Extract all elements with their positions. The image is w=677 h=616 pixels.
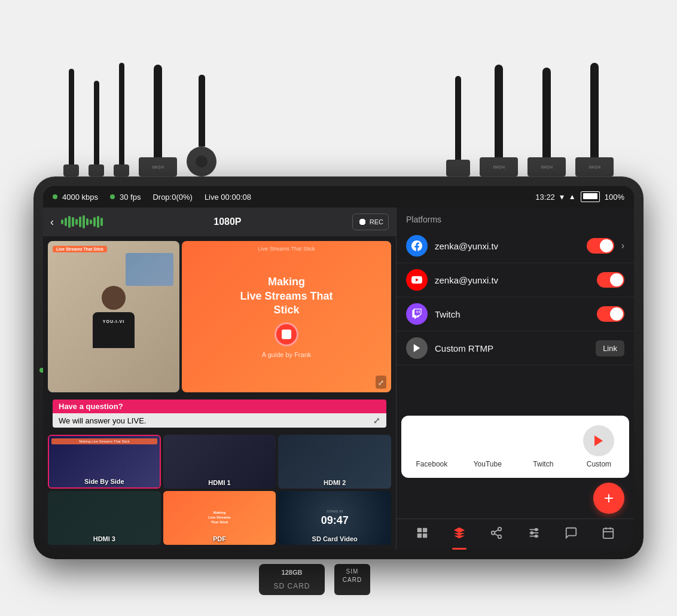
bg-screen [126, 253, 173, 286]
nav-grid[interactable] [404, 524, 441, 545]
preview-right: Live Streams That Stick Making Live Stre… [182, 241, 391, 392]
cable-hdmi-1: HDMI [480, 65, 518, 176]
status-right: 13:22 ▾ ▲ 100% [535, 191, 624, 202]
thumb-hdmi2[interactable]: HDMI 2 [278, 435, 391, 489]
svg-rect-3 [423, 528, 427, 532]
cable-hdmi-2: HDMI [527, 68, 566, 176]
signal-icon: ▲ [569, 193, 576, 201]
cable-1 [63, 69, 79, 176]
share-icon [490, 526, 503, 542]
sim-label: SIMCARD [340, 568, 364, 584]
audio-bar-9 [90, 219, 92, 224]
selector-facebook-icon [416, 425, 447, 456]
thumb-side-by-side[interactable]: Making Live Streams That Stick Side By S… [48, 435, 161, 489]
selector-custom-icon [583, 425, 614, 456]
thumb-pdf[interactable]: MakingLive StreamsThat Stick PDF [163, 491, 276, 545]
battery-value: 100% [605, 193, 624, 202]
fps-dot [110, 194, 115, 199]
audio-bar-12 [100, 218, 103, 226]
nav-share[interactable] [478, 524, 515, 545]
cable-5-special [187, 75, 216, 176]
calendar-icon [602, 526, 615, 542]
add-platform-button[interactable]: + [593, 483, 624, 514]
resolution-label: 1080P [214, 216, 241, 227]
youtube-toggle[interactable] [597, 272, 624, 288]
selector-youtube-label: YouTube [474, 460, 502, 468]
nav-chat[interactable] [553, 524, 590, 545]
expand-icon[interactable]: ⤢ [376, 376, 386, 389]
thumb-label-4: HDMI 3 [48, 535, 161, 542]
thumb-label-2: HDMI 1 [163, 479, 276, 486]
svg-point-6 [498, 527, 502, 531]
nav-calendar[interactable] [590, 524, 627, 545]
link-button[interactable]: Link [596, 340, 624, 356]
screen: 4000 kbps 30 fps Drop:0(0%) Live 00:00:0… [43, 186, 634, 550]
thumb-sdcard[interactable]: STARS IN 09:47 SD Card Video [278, 491, 391, 545]
facebook-toggle[interactable] [587, 238, 614, 254]
platform-youtube: zenka@yunxi.tv [397, 263, 634, 297]
preview-overlay-label: Live Streams That Stick [191, 246, 382, 252]
sd-card: 128GB SD CARD [259, 564, 325, 595]
bottom-navigation [397, 519, 634, 550]
twitch-icon [406, 303, 428, 325]
back-button[interactable]: ‹ [50, 216, 54, 228]
drop-value: Drop:0(0%) [153, 193, 192, 202]
device-wrapper: HDMI HDMI [10, 9, 667, 607]
sd-unit: GB [292, 569, 303, 576]
audio-bar-10 [93, 217, 96, 227]
rec-button[interactable]: ⏺ REC [352, 214, 389, 230]
preview-title: Making Live Streams That Stick [240, 275, 333, 317]
fps-indicator: 30 fps [110, 193, 141, 202]
fps-value: 30 fps [120, 193, 141, 202]
expand-icon-answer[interactable]: ⤢ [373, 416, 380, 425]
thumb-hdmi1[interactable]: HDMI 1 [163, 435, 276, 489]
svg-point-8 [498, 535, 502, 539]
time-display: 09:47 [321, 514, 349, 527]
custom-icon [406, 337, 428, 359]
nav-settings[interactable] [516, 524, 553, 545]
grid-icon [416, 526, 429, 542]
layers-icon [453, 526, 466, 542]
custom-rtmp-name: Custom RTMP [435, 343, 588, 353]
audio-bar-6 [79, 216, 81, 227]
sim-card: SIMCARD [334, 564, 370, 595]
cable-3 [114, 63, 129, 176]
selector-facebook[interactable]: Facebook [416, 425, 448, 468]
svg-point-14 [535, 529, 537, 531]
person-body: YOU-I-VI [93, 312, 135, 348]
platforms-header: Platforms [397, 208, 634, 229]
thumb-hdmi3[interactable]: HDMI 3 [48, 491, 161, 545]
shirt-text: YOU-I-VI [93, 312, 135, 324]
facebook-chevron[interactable]: › [621, 240, 624, 251]
cable-usb [446, 76, 470, 176]
rec-icon: ⏺ [358, 216, 367, 227]
svg-point-16 [535, 535, 537, 538]
svg-rect-2 [417, 528, 422, 532]
preview-subtitle: A guide by Frank [262, 351, 312, 358]
audio-bars [61, 215, 103, 229]
person-figure: YOU-I-VI [93, 286, 135, 348]
cable-hdmi-3: HDMI [575, 63, 614, 176]
twitch-toggle[interactable] [597, 306, 624, 322]
live-time: Live 00:00:08 [205, 193, 251, 202]
facebook-account-name: zenka@yunxi.tv [435, 241, 580, 251]
platform-facebook: zenka@yunxi.tv › [397, 229, 634, 263]
selector-youtube[interactable]: YouTube [472, 425, 503, 468]
answer-bar: We will answer you LIVE. ⤢ [53, 413, 386, 428]
answer-text: We will answer you LIVE. [59, 416, 146, 425]
rec-label: REC [370, 218, 383, 225]
nav-layers[interactable] [441, 524, 478, 545]
battery-icon [581, 191, 600, 202]
preview-left: YOU-I-VI Live Streams That Stick [48, 241, 179, 392]
facebook-icon [406, 235, 428, 257]
selector-twitch[interactable]: Twitch [527, 425, 559, 468]
bitrate-value: 4000 kbps [62, 193, 98, 202]
selector-facebook-label: Facebook [416, 460, 448, 468]
svg-point-7 [492, 531, 495, 535]
preview-right-header: Live Streams That Stick [182, 246, 391, 252]
selector-custom[interactable]: Custom [583, 425, 614, 468]
platform-list: zenka@yunxi.tv › zenka@yunxi.tv [397, 229, 634, 416]
audio-bar-2 [65, 218, 67, 226]
clock: 13:22 [535, 193, 555, 202]
platform-custom: Custom RTMP Link [397, 331, 634, 365]
